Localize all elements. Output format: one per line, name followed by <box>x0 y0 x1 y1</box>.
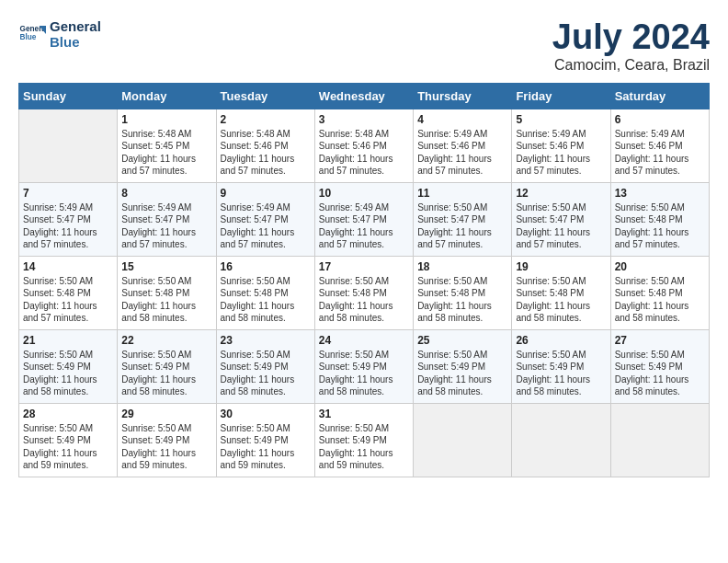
day-info: Sunrise: 5:50 AM Sunset: 5:48 PM Dayligh… <box>417 275 507 325</box>
day-number: 25 <box>417 334 507 347</box>
logo-icon: General Blue <box>18 20 46 48</box>
day-info: Sunrise: 5:50 AM Sunset: 5:49 PM Dayligh… <box>121 349 211 398</box>
calendar-cell: 18Sunrise: 5:50 AM Sunset: 5:48 PM Dayli… <box>414 256 512 329</box>
calendar-cell: 4Sunrise: 5:49 AM Sunset: 5:46 PM Daylig… <box>414 109 512 182</box>
day-info: Sunrise: 5:48 AM Sunset: 5:46 PM Dayligh… <box>221 128 311 178</box>
day-info: Sunrise: 5:49 AM Sunset: 5:47 PM Dayligh… <box>221 201 311 251</box>
day-info: Sunrise: 5:49 AM Sunset: 5:46 PM Dayligh… <box>516 128 606 178</box>
day-number: 31 <box>319 408 409 420</box>
calendar-cell: 22Sunrise: 5:50 AM Sunset: 5:49 PM Dayli… <box>118 329 216 403</box>
day-info: Sunrise: 5:48 AM Sunset: 5:46 PM Dayligh… <box>319 128 409 178</box>
day-info: Sunrise: 5:50 AM Sunset: 5:48 PM Dayligh… <box>221 275 311 325</box>
day-number: 23 <box>221 334 311 347</box>
day-info: Sunrise: 5:50 AM Sunset: 5:48 PM Dayligh… <box>23 275 113 325</box>
day-info: Sunrise: 5:50 AM Sunset: 5:49 PM Dayligh… <box>417 349 507 398</box>
day-number: 11 <box>417 187 507 200</box>
calendar-cell: 10Sunrise: 5:49 AM Sunset: 5:47 PM Dayli… <box>314 182 413 256</box>
day-info: Sunrise: 5:50 AM Sunset: 5:48 PM Dayligh… <box>121 275 211 325</box>
weekday-thursday: Thursday <box>414 83 512 109</box>
day-number: 6 <box>615 113 705 126</box>
day-number: 22 <box>121 334 211 347</box>
weekday-monday: Monday <box>118 83 216 109</box>
day-info: Sunrise: 5:50 AM Sunset: 5:47 PM Dayligh… <box>516 201 606 251</box>
day-info: Sunrise: 5:50 AM Sunset: 5:49 PM Dayligh… <box>23 349 113 398</box>
calendar-cell: 1Sunrise: 5:48 AM Sunset: 5:45 PM Daylig… <box>118 109 216 182</box>
day-number: 18 <box>417 260 507 273</box>
day-info: Sunrise: 5:50 AM Sunset: 5:49 PM Dayligh… <box>23 422 113 472</box>
day-number: 1 <box>121 113 211 126</box>
day-info: Sunrise: 5:50 AM Sunset: 5:49 PM Dayligh… <box>615 349 705 398</box>
week-row-1: 1Sunrise: 5:48 AM Sunset: 5:45 PM Daylig… <box>19 109 710 182</box>
calendar-cell: 31Sunrise: 5:50 AM Sunset: 5:49 PM Dayli… <box>314 403 413 477</box>
weekday-friday: Friday <box>512 83 610 109</box>
weekday-tuesday: Tuesday <box>216 83 314 109</box>
calendar-cell: 24Sunrise: 5:50 AM Sunset: 5:49 PM Dayli… <box>314 329 413 403</box>
calendar-cell: 15Sunrise: 5:50 AM Sunset: 5:48 PM Dayli… <box>118 256 216 329</box>
day-number: 20 <box>615 260 705 273</box>
calendar-cell: 16Sunrise: 5:50 AM Sunset: 5:48 PM Dayli… <box>216 256 314 329</box>
calendar-cell <box>512 403 610 477</box>
calendar-cell: 7Sunrise: 5:49 AM Sunset: 5:47 PM Daylig… <box>19 182 118 256</box>
calendar-cell: 23Sunrise: 5:50 AM Sunset: 5:49 PM Dayli… <box>216 329 314 403</box>
day-info: Sunrise: 5:50 AM Sunset: 5:49 PM Dayligh… <box>221 349 311 398</box>
calendar-cell: 17Sunrise: 5:50 AM Sunset: 5:48 PM Dayli… <box>314 256 413 329</box>
logo: General Blue General Blue <box>18 18 101 50</box>
svg-text:Blue: Blue <box>20 33 37 41</box>
header: General Blue General Blue July 2024 Camo… <box>18 18 710 74</box>
day-number: 3 <box>319 113 409 126</box>
day-info: Sunrise: 5:50 AM Sunset: 5:47 PM Dayligh… <box>417 201 507 251</box>
calendar-cell: 8Sunrise: 5:49 AM Sunset: 5:47 PM Daylig… <box>118 182 216 256</box>
day-info: Sunrise: 5:50 AM Sunset: 5:49 PM Dayligh… <box>121 422 211 472</box>
day-info: Sunrise: 5:50 AM Sunset: 5:48 PM Dayligh… <box>319 275 409 325</box>
calendar-title: July 2024 <box>552 18 710 57</box>
calendar-cell: 9Sunrise: 5:49 AM Sunset: 5:47 PM Daylig… <box>216 182 314 256</box>
day-number: 12 <box>516 187 606 200</box>
calendar-table: SundayMondayTuesdayWednesdayThursdayFrid… <box>18 83 710 477</box>
day-number: 27 <box>615 334 705 347</box>
day-info: Sunrise: 5:49 AM Sunset: 5:47 PM Dayligh… <box>121 201 211 251</box>
calendar-cell: 21Sunrise: 5:50 AM Sunset: 5:49 PM Dayli… <box>19 329 118 403</box>
day-number: 28 <box>23 408 113 420</box>
week-row-3: 14Sunrise: 5:50 AM Sunset: 5:48 PM Dayli… <box>19 256 710 329</box>
day-number: 5 <box>516 113 606 126</box>
calendar-cell: 20Sunrise: 5:50 AM Sunset: 5:48 PM Dayli… <box>610 256 709 329</box>
week-row-2: 7Sunrise: 5:49 AM Sunset: 5:47 PM Daylig… <box>19 182 710 256</box>
day-info: Sunrise: 5:50 AM Sunset: 5:48 PM Dayligh… <box>615 275 705 325</box>
logo-general: General <box>50 18 101 34</box>
calendar-cell: 30Sunrise: 5:50 AM Sunset: 5:49 PM Dayli… <box>216 403 314 477</box>
day-number: 15 <box>121 260 211 273</box>
day-info: Sunrise: 5:49 AM Sunset: 5:46 PM Dayligh… <box>615 128 705 178</box>
weekday-wednesday: Wednesday <box>314 83 413 109</box>
calendar-body: 1Sunrise: 5:48 AM Sunset: 5:45 PM Daylig… <box>19 109 710 477</box>
calendar-cell: 29Sunrise: 5:50 AM Sunset: 5:49 PM Dayli… <box>118 403 216 477</box>
calendar-cell: 26Sunrise: 5:50 AM Sunset: 5:49 PM Dayli… <box>512 329 610 403</box>
day-number: 16 <box>221 260 311 273</box>
calendar-cell: 28Sunrise: 5:50 AM Sunset: 5:49 PM Dayli… <box>19 403 118 477</box>
day-number: 26 <box>516 334 606 347</box>
calendar-cell: 11Sunrise: 5:50 AM Sunset: 5:47 PM Dayli… <box>414 182 512 256</box>
day-info: Sunrise: 5:50 AM Sunset: 5:49 PM Dayligh… <box>221 422 311 472</box>
day-info: Sunrise: 5:49 AM Sunset: 5:47 PM Dayligh… <box>319 201 409 251</box>
day-number: 7 <box>23 187 113 200</box>
calendar-cell: 27Sunrise: 5:50 AM Sunset: 5:49 PM Dayli… <box>610 329 709 403</box>
day-number: 17 <box>319 260 409 273</box>
day-info: Sunrise: 5:50 AM Sunset: 5:49 PM Dayligh… <box>319 422 409 472</box>
day-info: Sunrise: 5:48 AM Sunset: 5:45 PM Dayligh… <box>121 128 211 178</box>
calendar-cell: 13Sunrise: 5:50 AM Sunset: 5:48 PM Dayli… <box>610 182 709 256</box>
day-info: Sunrise: 5:50 AM Sunset: 5:49 PM Dayligh… <box>319 349 409 398</box>
week-row-4: 21Sunrise: 5:50 AM Sunset: 5:49 PM Dayli… <box>19 329 710 403</box>
calendar-cell: 19Sunrise: 5:50 AM Sunset: 5:48 PM Dayli… <box>512 256 610 329</box>
day-number: 21 <box>23 334 113 347</box>
day-number: 2 <box>221 113 311 126</box>
calendar-cell: 12Sunrise: 5:50 AM Sunset: 5:47 PM Dayli… <box>512 182 610 256</box>
weekday-saturday: Saturday <box>610 83 709 109</box>
day-number: 29 <box>121 408 211 420</box>
calendar-cell: 5Sunrise: 5:49 AM Sunset: 5:46 PM Daylig… <box>512 109 610 182</box>
day-number: 4 <box>417 113 507 126</box>
calendar-cell <box>610 403 709 477</box>
day-info: Sunrise: 5:50 AM Sunset: 5:49 PM Dayligh… <box>516 349 606 398</box>
day-number: 14 <box>23 260 113 273</box>
calendar-cell: 25Sunrise: 5:50 AM Sunset: 5:49 PM Dayli… <box>414 329 512 403</box>
calendar-cell <box>414 403 512 477</box>
day-info: Sunrise: 5:49 AM Sunset: 5:47 PM Dayligh… <box>23 201 113 251</box>
